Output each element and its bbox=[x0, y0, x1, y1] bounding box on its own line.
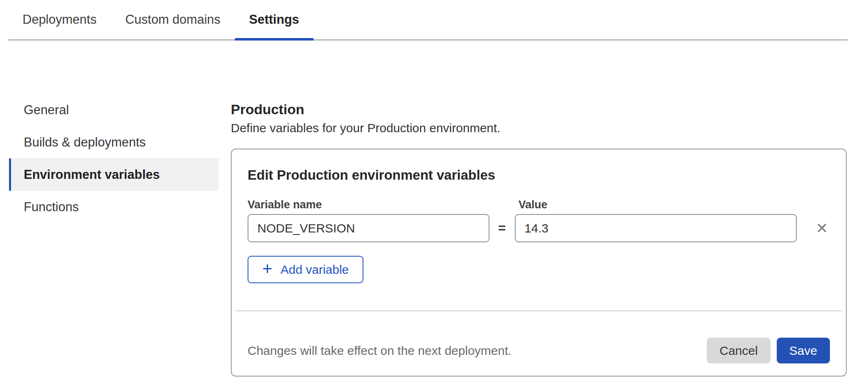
value-label: Value bbox=[519, 198, 805, 211]
settings-sidebar: General Builds & deployments Environment… bbox=[9, 94, 219, 223]
variable-value-input[interactable] bbox=[515, 214, 797, 242]
sidebar-item-label: Functions bbox=[24, 200, 79, 214]
sidebar-item-label: Environment variables bbox=[24, 167, 160, 182]
remove-variable-button[interactable]: ✕ bbox=[814, 214, 830, 242]
card-footer: Changes will take effect on the next dep… bbox=[248, 338, 830, 363]
tab-settings[interactable]: Settings bbox=[235, 0, 313, 39]
variable-row: = ✕ bbox=[248, 214, 830, 242]
variable-name-label: Variable name bbox=[248, 198, 493, 211]
plus-icon: + bbox=[262, 260, 273, 277]
tab-deployments[interactable]: Deployments bbox=[8, 0, 111, 39]
sidebar-item-general[interactable]: General bbox=[9, 94, 219, 126]
variable-name-input[interactable] bbox=[248, 214, 489, 242]
environment-variables-card: Edit Production environment variables Va… bbox=[231, 149, 847, 377]
add-variable-label: Add variable bbox=[281, 263, 349, 277]
tab-label: Custom domains bbox=[125, 12, 221, 27]
sidebar-item-label: General bbox=[24, 103, 69, 117]
label-spacer bbox=[493, 198, 519, 211]
sidebar-item-label: Builds & deployments bbox=[24, 135, 146, 150]
sidebar-item-environment-variables[interactable]: Environment variables bbox=[9, 158, 219, 191]
tab-custom-domains[interactable]: Custom domains bbox=[111, 0, 235, 39]
page-title: Production bbox=[231, 101, 847, 117]
tab-label: Settings bbox=[249, 12, 299, 27]
main-content: Production Define variables for your Pro… bbox=[231, 101, 847, 377]
page-description: Define variables for your Production env… bbox=[231, 121, 847, 135]
tab-bar: Deployments Custom domains Settings bbox=[8, 0, 848, 41]
sidebar-item-builds-deployments[interactable]: Builds & deployments bbox=[9, 126, 219, 158]
add-variable-button[interactable]: + Add variable bbox=[248, 256, 363, 283]
card-title: Edit Production environment variables bbox=[248, 167, 830, 183]
field-labels-row: Variable name Value bbox=[248, 198, 830, 211]
cancel-button[interactable]: Cancel bbox=[707, 338, 770, 363]
tab-label: Deployments bbox=[23, 12, 97, 27]
sidebar-item-functions[interactable]: Functions bbox=[9, 191, 219, 223]
save-button[interactable]: Save bbox=[777, 338, 830, 363]
footer-note: Changes will take effect on the next dep… bbox=[248, 344, 707, 358]
close-icon: ✕ bbox=[816, 221, 828, 236]
equals-sign: = bbox=[489, 221, 515, 236]
card-divider bbox=[236, 310, 842, 311]
